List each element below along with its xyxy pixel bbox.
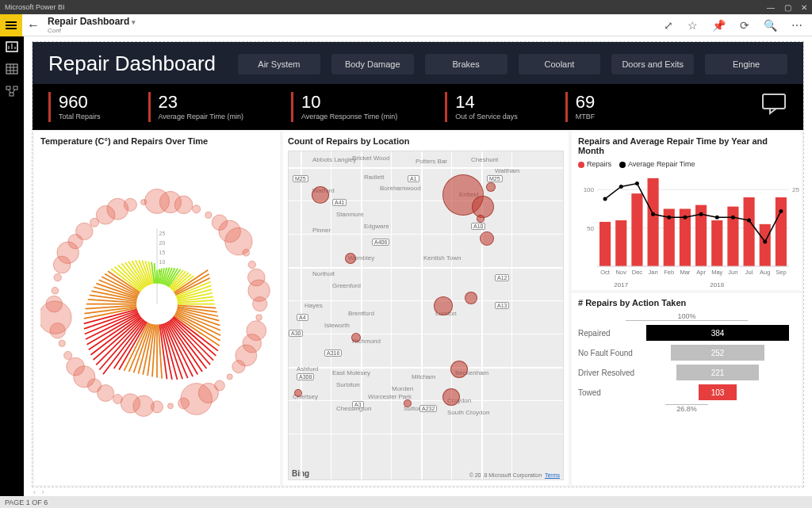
nav-model-icon[interactable]	[6, 86, 18, 97]
combo-chart-card[interactable]: Repairs and Average Repair Time by Year …	[572, 132, 802, 290]
svg-text:May: May	[711, 269, 722, 276]
breadcrumb-sub: Conf	[48, 27, 664, 34]
svg-text:Jun: Jun	[728, 269, 737, 276]
kpi-out-of-service: 14Out of Service days	[445, 92, 518, 122]
kpi-mtbf: 69MTBF	[565, 92, 596, 122]
svg-text:Jan: Jan	[649, 269, 658, 276]
svg-point-199	[54, 273, 61, 281]
left-nav-rail	[0, 36, 24, 496]
svg-point-38	[699, 212, 703, 216]
favorite-icon[interactable]: ☆	[688, 19, 698, 32]
svg-point-163	[174, 196, 193, 214]
svg-point-40	[731, 216, 735, 220]
svg-rect-22	[631, 193, 642, 266]
svg-point-169	[243, 249, 250, 256]
svg-point-43	[779, 209, 783, 213]
close-icon[interactable]: ✕	[801, 3, 807, 12]
svg-point-164	[193, 205, 201, 213]
svg-text:Jul: Jul	[745, 269, 753, 276]
svg-text:Aug: Aug	[760, 269, 770, 276]
refresh-icon[interactable]: ⟳	[740, 19, 749, 32]
tab-body-damage[interactable]: Body Damage	[331, 54, 414, 74]
svg-point-178	[232, 361, 245, 373]
maximize-icon[interactable]: ▢	[784, 3, 791, 12]
svg-point-192	[67, 357, 85, 376]
svg-rect-11	[10, 93, 13, 96]
svg-text:Apr: Apr	[696, 269, 706, 276]
svg-text:25: 25	[792, 186, 799, 193]
svg-text:2018: 2018	[710, 281, 724, 288]
svg-text:10: 10	[159, 259, 166, 265]
svg-rect-23	[648, 178, 659, 266]
tab-engine[interactable]: Engine	[705, 54, 787, 74]
funnel-title: # Repairs by Action Taken	[578, 298, 795, 307]
page-indicator: PAGE 1 OF 6	[5, 498, 48, 506]
more-icon[interactable]: ⋯	[791, 19, 802, 32]
svg-rect-27	[711, 220, 722, 266]
minimize-icon[interactable]: —	[767, 3, 775, 12]
svg-rect-29	[744, 197, 755, 266]
funnel-card[interactable]: # Repairs by Action Taken 100%Repaired38…	[572, 293, 802, 485]
svg-point-179	[227, 374, 232, 380]
kpi-avg-repair-time: 23Average Repair Time (min)	[148, 92, 243, 122]
funnel-chart: 100%Repaired384No Fault Found252Driver R…	[578, 312, 795, 413]
svg-point-165	[205, 212, 212, 218]
svg-point-170	[248, 261, 255, 268]
svg-text:20: 20	[159, 240, 166, 246]
expand-icon[interactable]: ⤢	[664, 19, 673, 32]
svg-point-173	[252, 296, 266, 311]
window-buttons: — ▢ ✕	[767, 3, 807, 12]
radial-chart-card[interactable]: Temperature (C°) and Repairs Over Time 5…	[34, 132, 280, 485]
radial-chart: 510152025	[40, 151, 274, 444]
svg-text:100: 100	[584, 186, 595, 193]
nav-report-icon[interactable]	[6, 41, 18, 52]
svg-point-39	[715, 216, 719, 220]
kpi-avg-response-time: 10Average Response Time (min)	[291, 92, 397, 122]
breadcrumb-title: Repair Dashboard	[48, 16, 664, 27]
report-canvas: Repair Dashboard Air System Body Damage …	[32, 41, 804, 487]
svg-point-187	[121, 394, 140, 413]
svg-line-66	[159, 269, 159, 283]
combo-chart-title: Repairs and Average Repair Time by Year …	[578, 136, 795, 155]
tab-air-system[interactable]: Air System	[238, 54, 320, 74]
nav-data-icon[interactable]	[6, 63, 18, 74]
svg-text:Dec: Dec	[632, 269, 643, 276]
map-title: Count of Repairs by Location	[288, 136, 564, 146]
chat-icon[interactable]	[760, 92, 787, 122]
page-title: Repair Dashboard	[48, 52, 216, 76]
app-title: Microsoft Power BI	[5, 3, 65, 11]
svg-point-41	[747, 219, 751, 223]
svg-line-13	[13, 90, 15, 93]
svg-text:2017: 2017	[614, 281, 628, 288]
radial-chart-title: Temperature (C°) and Repairs Over Time	[40, 136, 274, 146]
map-visual[interactable]: Bing © 2018 Microsoft Corporation Terms …	[288, 151, 564, 480]
hamburger-button[interactable]	[0, 14, 22, 36]
map-card[interactable]: Count of Repairs by Location Bing © 2018…	[283, 132, 569, 485]
search-icon[interactable]: 🔍	[764, 19, 777, 32]
svg-text:Feb: Feb	[664, 269, 674, 276]
window-titlebar: Microsoft Power BI — ▢ ✕	[0, 0, 812, 14]
combo-legend: Repairs Average Repair Time	[578, 160, 795, 168]
back-button[interactable]: ←	[22, 18, 44, 32]
svg-point-188	[113, 395, 122, 404]
tab-coolant[interactable]: Coolant	[519, 54, 601, 74]
tab-doors[interactable]: Doors and Exits	[611, 54, 694, 74]
svg-rect-9	[6, 86, 10, 90]
svg-point-32	[603, 197, 607, 201]
svg-point-33	[619, 185, 623, 189]
svg-point-203	[76, 223, 93, 239]
pin-icon[interactable]: 📌	[712, 19, 726, 32]
kpi-bar: 960Total Repairs 23Average Repair Time (…	[33, 84, 803, 130]
tab-brakes[interactable]: Brakes	[425, 54, 508, 74]
svg-point-35	[651, 212, 655, 216]
svg-rect-14	[763, 94, 785, 109]
svg-rect-21	[615, 220, 626, 266]
svg-rect-31	[776, 197, 787, 266]
svg-point-207	[124, 198, 136, 211]
breadcrumb[interactable]: Repair Dashboard Conf	[44, 16, 664, 34]
svg-text:50: 50	[587, 225, 594, 232]
svg-rect-10	[13, 86, 17, 90]
svg-line-123	[103, 320, 144, 374]
svg-point-36	[667, 216, 671, 220]
svg-point-184	[167, 403, 173, 409]
